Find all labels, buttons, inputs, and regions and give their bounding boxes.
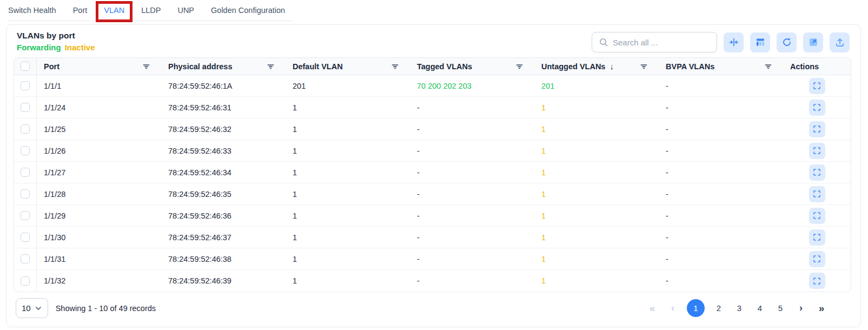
cell-port: 1/1/25 [37,118,161,140]
cell-untagged-vlans: 1 [534,97,659,118]
row-checkbox[interactable] [21,189,30,199]
cell-physical-address: 78:24:59:52:46:1A [161,75,286,97]
filter-icon[interactable] [515,62,524,71]
search-input[interactable] [613,38,710,47]
export-button[interactable] [830,32,850,52]
tab-vlan[interactable]: VLAN [103,5,125,21]
expand-icon [812,233,821,242]
row-select-cell [14,162,37,183]
filter-icon[interactable] [764,62,773,71]
column-header-bvpa-vlans: BVPA VLANs [659,58,783,75]
tab-golden-configuration[interactable]: Golden Configuration [210,5,286,21]
cell-physical-address: 78:24:59:52:46:39 [161,270,286,292]
refresh-button[interactable] [777,32,797,52]
column-label: BVPA VLANs [666,62,714,71]
filter-icon[interactable] [639,62,648,71]
column-header-untagged-vlans: Untagged VLANs↓ [534,58,659,75]
table-columns-button[interactable] [750,32,770,52]
expand-row-button[interactable] [809,208,825,224]
expand-row-button[interactable] [809,100,825,116]
tab-lldp[interactable]: LLDP [141,5,161,21]
row-select-cell [14,183,37,205]
search-box[interactable] [592,32,717,52]
cell-port: 1/1/29 [37,205,161,227]
cell-tagged-vlans: - [410,118,534,140]
expand-row-button[interactable] [809,164,825,181]
column-label: Actions [790,62,819,71]
pagination-page-5[interactable]: 5 [774,299,787,317]
vlans-table: PortPhysical addressDefault VLANTagged V… [14,58,851,292]
pagination-page-4[interactable]: 4 [753,299,766,317]
legend-forwarding: Forwarding [17,43,61,52]
cell-untagged-vlans: 1 [534,162,659,183]
cell-physical-address: 78:24:59:52:46:37 [161,227,286,248]
cell-default-vlan: 1 [286,248,410,270]
expand-icon [812,189,821,199]
open-external-button[interactable] [803,32,823,52]
expand-row-button[interactable] [809,121,825,137]
table-row: 1/1/3278:24:59:52:46:391-1- [14,270,851,292]
row-select-cell [14,118,37,140]
panel-header: VLANs by port ForwardingInactive [6,25,860,57]
export-icon [834,37,845,48]
tab-unp[interactable]: UNP [177,5,195,21]
pagination-next[interactable]: › [794,299,807,317]
cell-default-vlan: 201 [286,75,410,97]
cell-port: 1/1/31 [37,248,161,270]
cell-port: 1/1/27 [37,162,161,183]
row-checkbox[interactable] [21,103,30,112]
tab-switch-health[interactable]: Switch Health [8,5,57,21]
expand-row-button[interactable] [809,186,825,202]
row-checkbox[interactable] [21,254,30,263]
cell-physical-address: 78:24:59:52:46:38 [161,248,286,270]
table-row: 1/1/2778:24:59:52:46:341-1- [14,162,851,183]
tab-port[interactable]: Port [72,5,88,21]
sort-desc-icon[interactable]: ↓ [609,62,614,71]
annotation-box [96,1,132,22]
collapse-columns-button[interactable] [724,32,744,52]
cell-physical-address: 78:24:59:52:46:35 [161,183,286,205]
cell-untagged-vlans: 1 [534,183,659,205]
column-label: Physical address [168,62,233,71]
chevron-down-icon [35,305,42,312]
table-row: 1/1/3178:24:59:52:46:381-1- [14,248,851,270]
expand-row-button[interactable] [809,273,825,289]
pagination-page-1[interactable]: 1 [687,299,705,317]
pagination-page-2[interactable]: 2 [712,299,725,317]
column-header-default-vlan: Default VLAN [286,58,410,75]
status-legend: ForwardingInactive [17,43,95,52]
cell-tagged-vlans: - [410,270,534,292]
row-checkbox[interactable] [21,233,30,242]
cell-actions [783,205,851,227]
expand-row-button[interactable] [809,251,825,267]
cell-untagged-vlans: 1 [534,140,659,162]
row-checkbox[interactable] [21,168,30,177]
pagination-last[interactable]: » [815,299,828,317]
row-select-cell [14,227,37,248]
vlans-panel: VLANs by port ForwardingInactive [6,24,861,327]
column-label: Default VLAN [293,62,343,71]
expand-row-button[interactable] [809,143,825,159]
table-row: 1/1/178:24:59:52:46:1A20170 200 202 2032… [14,75,851,97]
row-checkbox[interactable] [21,211,30,220]
pagination-prev: ‹ [666,299,679,317]
row-checkbox[interactable] [21,124,30,134]
row-checkbox[interactable] [21,146,30,155]
cell-tagged-vlans: - [410,183,534,205]
filter-icon[interactable] [266,62,275,71]
legend-inactive: Inactive [65,43,95,52]
filter-icon[interactable] [390,62,400,71]
row-checkbox[interactable] [21,81,30,90]
row-checkbox[interactable] [21,276,30,286]
page-size-select[interactable]: 10 [16,298,48,318]
pagination-page-3[interactable]: 3 [733,299,746,317]
expand-row-button[interactable] [809,78,825,94]
cell-default-vlan: 1 [286,97,410,118]
expand-row-button[interactable] [809,229,825,246]
row-select-cell [14,248,37,270]
filter-icon[interactable] [142,62,151,71]
table-columns-icon [755,37,766,48]
select-all-checkbox[interactable] [21,62,30,71]
cell-port: 1/1/24 [37,97,161,118]
cell-bvpa-vlans: - [659,118,783,140]
